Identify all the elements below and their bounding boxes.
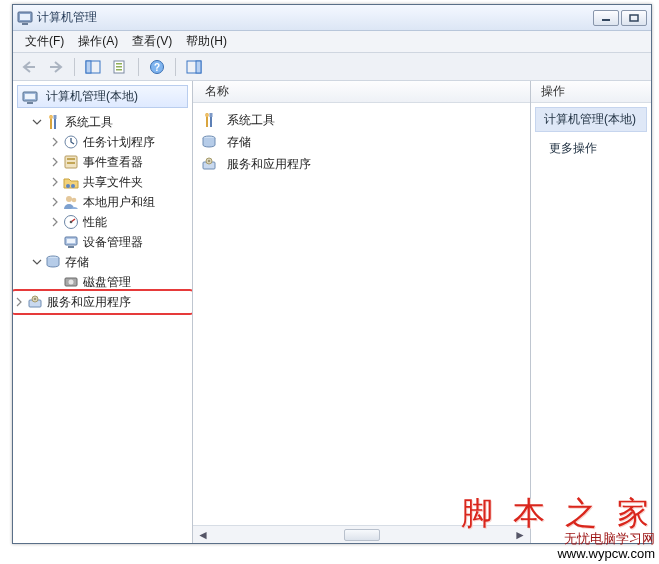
show-hide-tree-button[interactable]: [81, 56, 105, 78]
menu-view[interactable]: 查看(V): [126, 31, 178, 52]
minimize-button[interactable]: [593, 10, 619, 26]
window-controls: [593, 10, 647, 26]
tree-label: 服务和应用程序: [47, 294, 131, 311]
column-header-name[interactable]: 名称: [193, 81, 530, 103]
expander-icon[interactable]: [31, 116, 43, 128]
svg-rect-8: [116, 63, 122, 65]
svg-rect-3: [602, 19, 610, 21]
tree-label: 设备管理器: [83, 234, 143, 251]
tree-label: 系统工具: [65, 114, 113, 131]
services-icon: [201, 156, 217, 172]
svg-rect-14: [196, 61, 201, 73]
app-icon: [17, 10, 33, 26]
scroll-left-icon[interactable]: ◄: [195, 528, 211, 542]
tree-node-shared-folders[interactable]: 共享文件夹: [13, 172, 192, 192]
expander-icon[interactable]: [49, 176, 61, 188]
svg-point-40: [34, 298, 36, 300]
svg-text:?: ?: [154, 62, 160, 73]
svg-rect-4: [630, 15, 638, 21]
expander-icon[interactable]: [49, 196, 61, 208]
properties-button[interactable]: [108, 56, 132, 78]
workspace: 计算机管理(本地) 系统工具 任务计划程序 事件查看器 共: [13, 81, 651, 543]
menu-help[interactable]: 帮助(H): [180, 31, 233, 52]
tree-node-performance[interactable]: 性能: [13, 212, 192, 232]
content-list[interactable]: 系统工具 存储 服务和应用程序: [193, 103, 530, 525]
tree-node-services-apps[interactable]: 服务和应用程序: [13, 292, 192, 312]
toolbar-separator: [74, 58, 75, 76]
tree-node-system-tools[interactable]: 系统工具: [13, 112, 192, 132]
tree-node-task-scheduler[interactable]: 任务计划程序: [13, 132, 192, 152]
menubar: 文件(F) 操作(A) 查看(V) 帮助(H): [13, 31, 651, 53]
tree-node-local-users[interactable]: 本地用户和组: [13, 192, 192, 212]
tree-label: 本地用户和组: [83, 194, 155, 211]
scroll-right-icon[interactable]: ►: [512, 528, 528, 542]
app-window: 计算机管理 文件(F) 操作(A) 查看(V) 帮助(H) ?: [12, 4, 652, 544]
expander-icon[interactable]: [13, 296, 25, 308]
svg-point-48: [208, 160, 210, 162]
svg-rect-17: [27, 102, 33, 104]
performance-icon: [63, 214, 79, 230]
svg-point-29: [72, 198, 77, 203]
actions-context-label: 计算机管理(本地): [535, 107, 647, 132]
nav-back-button[interactable]: [17, 56, 41, 78]
svg-rect-25: [67, 162, 75, 164]
disk-icon: [63, 274, 79, 290]
tree-root[interactable]: 计算机管理(本地): [17, 85, 188, 108]
svg-point-37: [69, 280, 74, 285]
expander-spacer: [49, 276, 61, 288]
tree-label: 磁盘管理: [83, 274, 131, 291]
nav-forward-button[interactable]: [44, 56, 68, 78]
tree-label: 任务计划程序: [83, 134, 155, 151]
tools-icon: [45, 114, 61, 130]
tools-icon: [201, 112, 217, 128]
svg-point-26: [66, 184, 70, 188]
svg-rect-6: [86, 61, 91, 73]
tree-pane[interactable]: 计算机管理(本地) 系统工具 任务计划程序 事件查看器 共: [13, 81, 193, 543]
tree-label: 事件查看器: [83, 154, 143, 171]
actions-body: 计算机管理(本地) 更多操作: [531, 103, 651, 163]
action-more[interactable]: 更多操作: [535, 138, 647, 159]
list-label: 服务和应用程序: [227, 156, 311, 173]
shared-folder-icon: [63, 174, 79, 190]
menu-action[interactable]: 操作(A): [72, 31, 124, 52]
expander-icon[interactable]: [31, 256, 43, 268]
device-icon: [63, 234, 79, 250]
clock-icon: [63, 134, 79, 150]
svg-rect-10: [116, 69, 122, 71]
list-item[interactable]: 服务和应用程序: [201, 153, 522, 175]
expander-icon[interactable]: [49, 216, 61, 228]
expander-spacer: [49, 236, 61, 248]
content-pane: 名称 系统工具 存储 服务和应用程序 ◄ ►: [193, 81, 531, 543]
list-label: 系统工具: [227, 112, 275, 129]
expander-icon[interactable]: [49, 156, 61, 168]
tree-node-disk-management[interactable]: 磁盘管理: [13, 272, 192, 292]
svg-rect-33: [67, 239, 75, 243]
help-button[interactable]: ?: [145, 56, 169, 78]
svg-rect-9: [116, 66, 122, 68]
horizontal-scrollbar[interactable]: ◄ ►: [193, 525, 530, 543]
svg-rect-21: [54, 115, 57, 119]
scroll-thumb[interactable]: [344, 529, 380, 541]
list-label: 存储: [227, 134, 251, 151]
svg-point-20: [49, 115, 53, 119]
list-item[interactable]: 系统工具: [201, 109, 522, 131]
svg-point-28: [66, 196, 72, 202]
tree-label: 存储: [65, 254, 89, 271]
menu-file[interactable]: 文件(F): [19, 31, 70, 52]
computer-icon: [22, 89, 38, 105]
expander-icon[interactable]: [49, 136, 61, 148]
svg-rect-44: [210, 113, 213, 117]
svg-rect-34: [68, 246, 74, 248]
tree-node-storage[interactable]: 存储: [13, 252, 192, 272]
tree-node-event-viewer[interactable]: 事件查看器: [13, 152, 192, 172]
list-item[interactable]: 存储: [201, 131, 522, 153]
show-hide-action-button[interactable]: [182, 56, 206, 78]
storage-icon: [201, 134, 217, 150]
svg-rect-16: [25, 94, 35, 99]
tree-node-device-manager[interactable]: 设备管理器: [13, 232, 192, 252]
storage-icon: [45, 254, 61, 270]
tree-label: 性能: [83, 214, 107, 231]
watermark-url: www.wypcw.com: [461, 546, 655, 562]
maximize-button[interactable]: [621, 10, 647, 26]
window-title: 计算机管理: [37, 9, 593, 26]
